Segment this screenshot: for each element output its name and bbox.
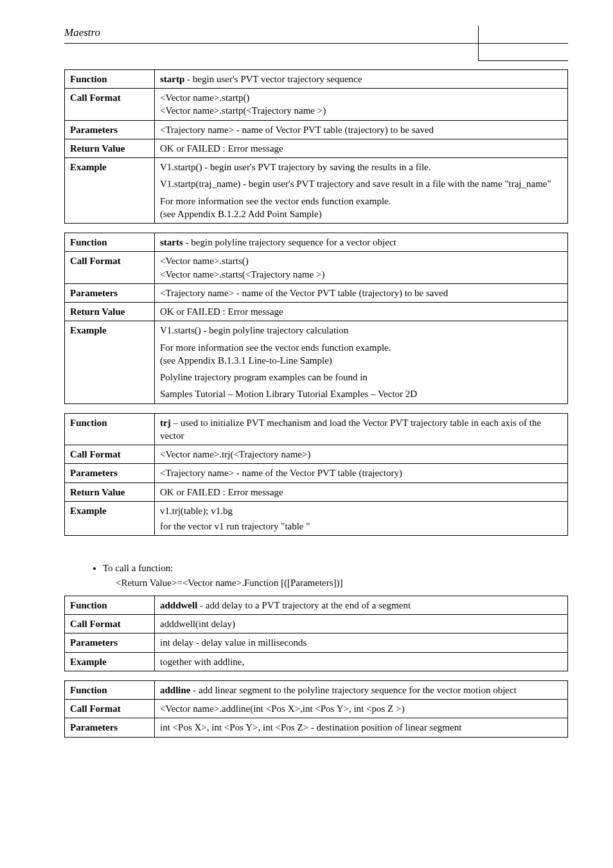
table-row: Return Value OK or FAILED : Error messag… xyxy=(65,139,568,157)
cell-value: int <Pos X>, int <Pos Y>, int <Pos Z> - … xyxy=(155,718,568,737)
table-trj: Function trj – used to initialize PVT me… xyxy=(64,413,568,536)
table-row: Function trj – used to initialize PVT me… xyxy=(65,413,568,445)
cell-value: addline - add linear segment to the poly… xyxy=(155,680,568,699)
fn-desc: - begin user's PVT vector trajectory seq… xyxy=(184,74,362,84)
line: V1.startp(traj_name) - begin user's PVT … xyxy=(160,177,562,190)
bullet-sub: <Return Value>=<Vector name>.Function [(… xyxy=(116,576,568,589)
cell-label: Function xyxy=(65,69,155,88)
table-row: Example V1.starts() - begin polyline tra… xyxy=(65,321,568,403)
cell-label: Return Value xyxy=(65,303,155,321)
line: <Vector name>.starts() xyxy=(160,254,562,267)
cell-label: Parameters xyxy=(65,283,155,302)
table-row: Call Format <Vector name>.trj(<Trajector… xyxy=(65,445,568,464)
line: v1.trj(table); v1.bg xyxy=(160,504,562,517)
cell-label: Return Value xyxy=(65,483,155,501)
fn-desc: - begin polyline trajectory sequence for… xyxy=(183,237,396,247)
table-row: Parameters <Trajectory name> - name of t… xyxy=(65,464,568,483)
cell-label: Example xyxy=(65,501,155,536)
fn-name: starts xyxy=(160,237,183,247)
cell-label: Example xyxy=(65,321,155,403)
cell-value: OK or FAILED : Error message xyxy=(155,303,568,321)
cell-label: Call Format xyxy=(65,252,155,284)
fn-desc: – used to initialize PVT mechanism and l… xyxy=(160,418,541,441)
table-row: Return Value OK or FAILED : Error messag… xyxy=(65,303,568,321)
table-row: Example v1.trj(table); v1.bg for the vec… xyxy=(65,501,568,536)
table-row: Function addline - add linear segment to… xyxy=(65,680,568,699)
cell-value: starts - begin polyline trajectory seque… xyxy=(155,233,568,252)
line: (see Appendix B.1.3.1 Line-to-Line Sampl… xyxy=(160,354,562,367)
cell-label: Function xyxy=(65,680,155,699)
cell-value: <Trajectory name> - name of the Vector P… xyxy=(155,464,568,483)
fn-name: trj xyxy=(160,418,171,428)
line: <Vector name>.startp(<Trajectory name >) xyxy=(160,104,562,117)
table-starts: Function starts - begin polyline traject… xyxy=(64,233,568,404)
cell-value: <Vector name>.addline(int <Pos X>,int <P… xyxy=(155,700,568,718)
cell-label: Function xyxy=(65,596,155,614)
cell-value: OK or FAILED : Error message xyxy=(155,483,568,501)
cell-label: Return Value xyxy=(65,139,155,157)
cell-value: together with addline, xyxy=(155,652,568,671)
table-row: Call Format <Vector name>.addline(int <P… xyxy=(65,700,568,718)
table-row: Function starts - begin polyline traject… xyxy=(65,233,568,252)
line: for the vector v1 run trajectory "table … xyxy=(160,520,562,533)
cell-label: Function xyxy=(65,413,155,445)
line: <Vector name>.startp() xyxy=(160,91,562,104)
fn-desc: - add delay to a PVT trajectory at the e… xyxy=(197,600,411,610)
cell-label: Parameters xyxy=(65,718,155,737)
cell-label: Parameters xyxy=(65,120,155,139)
cell-label: Parameters xyxy=(65,464,155,483)
line: For more information see the vector ends… xyxy=(160,341,562,354)
cell-value: V1.startp() - begin user's PVT trajector… xyxy=(155,158,568,224)
table-startp: Function startp - begin user's PVT vecto… xyxy=(64,69,568,224)
fn-name: adddwell xyxy=(160,600,197,610)
cell-value: adddwell - add delay to a PVT trajectory… xyxy=(155,596,568,614)
bullet-text: To call a function: xyxy=(103,562,568,574)
corner-box xyxy=(478,26,568,61)
cell-label: Function xyxy=(65,233,155,252)
cell-value: <Vector name>.trj(<Trajectory name>) xyxy=(155,445,568,464)
line: (see Appendix B.1.2.2 Add Point Sample) xyxy=(160,208,562,220)
table-row: Parameters int delay - delay value in mi… xyxy=(65,633,568,652)
table-row: Call Format <Vector name>.startp() <Vect… xyxy=(65,89,568,121)
table-adddwell: Function adddwell - add delay to a PVT t… xyxy=(64,596,568,671)
table-row: Example together with addline, xyxy=(65,652,568,671)
header-title: Maestro xyxy=(64,26,100,39)
table-row: Return Value OK or FAILED : Error messag… xyxy=(65,483,568,501)
line: V1.startp() - begin user's PVT trajector… xyxy=(160,161,562,173)
bullet-block: To call a function: <Return Value>=<Vect… xyxy=(90,562,568,589)
cell-value: startp - begin user's PVT vector traject… xyxy=(155,69,568,88)
cell-label: Parameters xyxy=(65,633,155,652)
line: Polyline trajectory program examples can… xyxy=(160,371,562,384)
cell-value: <Vector name>.startp() <Vector name>.sta… xyxy=(155,89,568,121)
cell-label: Call Format xyxy=(65,700,155,718)
table-row: Call Format adddwell(int delay) xyxy=(65,615,568,633)
table-row: Parameters <Trajectory name> - name of t… xyxy=(65,283,568,302)
cell-value: V1.starts() - begin polyline trajectory … xyxy=(155,321,568,403)
fn-name: addline xyxy=(160,685,191,695)
line: For more information see the vector ends… xyxy=(160,195,562,208)
cell-label: Call Format xyxy=(65,445,155,464)
cell-value: adddwell(int delay) xyxy=(155,615,568,633)
cell-label: Example xyxy=(65,652,155,671)
line: V1.starts() - begin polyline trajectory … xyxy=(160,324,562,337)
cell-label: Call Format xyxy=(65,89,155,121)
fn-desc: - add linear segment to the polyline tra… xyxy=(191,685,517,695)
table-row: Parameters <Trajectory name> - name of V… xyxy=(65,120,568,139)
table-row: Parameters int <Pos X>, int <Pos Y>, int… xyxy=(65,718,568,737)
cell-value: int delay - delay value in milliseconds xyxy=(155,633,568,652)
line: Samples Tutorial – Motion Library Tutori… xyxy=(160,387,562,400)
cell-value: <Trajectory name> - name of Vector PVT t… xyxy=(155,120,568,139)
table-row: Call Format <Vector name>.starts() <Vect… xyxy=(65,252,568,284)
fn-name: startp xyxy=(160,74,184,84)
cell-value: <Vector name>.starts() <Vector name>.sta… xyxy=(155,252,568,284)
cell-value: OK or FAILED : Error message xyxy=(155,139,568,157)
cell-value: trj – used to initialize PVT mechanism a… xyxy=(155,413,568,445)
table-row: Example V1.startp() - begin user's PVT t… xyxy=(65,158,568,224)
cell-value: <Trajectory name> - name of the Vector P… xyxy=(155,283,568,302)
cell-label: Example xyxy=(65,158,155,224)
line: <Vector name>.starts(<Trajectory name >) xyxy=(160,268,562,281)
table-row: Function startp - begin user's PVT vecto… xyxy=(65,69,568,88)
cell-label: Call Format xyxy=(65,615,155,633)
cell-value: v1.trj(table); v1.bg for the vector v1 r… xyxy=(155,501,568,536)
table-addline: Function addline - add linear segment to… xyxy=(64,680,568,738)
